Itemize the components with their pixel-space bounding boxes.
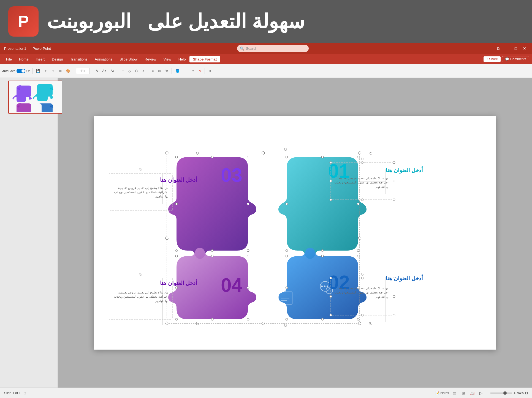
shape-btn-4[interactable]: ○: [141, 67, 146, 75]
svg-text:↻: ↻: [369, 322, 373, 326]
layout-button[interactable]: ⊞: [57, 67, 63, 75]
svg-text:04: 04: [17, 105, 21, 108]
notes-button[interactable]: 📝 Notes: [435, 391, 449, 395]
status-bar: Slide 1 of 1 ⊡ 📝 Notes ▤ ⊞ 📖 ▷ − + 94% ⊡: [0, 388, 532, 398]
line-btn[interactable]: —: [182, 67, 189, 75]
slide-sorter-button[interactable]: ⊞: [460, 390, 467, 396]
minimize-button[interactable]: –: [504, 45, 510, 52]
svg-point-34: [321, 255, 324, 257]
file-name: Presentation1: [4, 46, 26, 51]
menu-view[interactable]: View: [160, 56, 175, 62]
search-icon: 🔍: [240, 46, 244, 51]
svg-point-113: [330, 314, 332, 316]
autosave-state: On: [26, 69, 31, 73]
window-controls: ⧉ – □ ✕: [495, 45, 528, 52]
svg-point-109: [361, 277, 363, 279]
svg-point-111: [330, 295, 332, 298]
svg-point-102: [393, 161, 395, 164]
arrange-btn[interactable]: ⊛: [156, 67, 162, 75]
svg-text:↻: ↻: [196, 322, 199, 326]
svg-text:01: 01: [50, 87, 53, 90]
svg-point-44: [175, 203, 178, 205]
notes-label: Notes: [440, 391, 449, 395]
title-bar-left: Presentation1 – PowerPoint: [4, 46, 51, 51]
maximize-button[interactable]: □: [512, 45, 519, 52]
size-pos-btn[interactable]: ⊕: [207, 67, 213, 75]
svg-point-18: [262, 322, 265, 325]
zoom-slider[interactable]: [490, 392, 512, 394]
svg-point-114: [361, 314, 363, 316]
slide-layout-icon: ⊡: [23, 391, 26, 395]
menu-animations[interactable]: Animations: [91, 56, 116, 62]
menu-slideshow[interactable]: Slide Show: [116, 56, 141, 62]
svg-point-9: [358, 152, 361, 154]
svg-point-56: [247, 318, 249, 320]
svg-point-112: [393, 295, 395, 298]
redo-button[interactable]: ↪: [50, 67, 56, 75]
close-button[interactable]: ✕: [521, 45, 528, 52]
svg-point-53: [247, 287, 249, 289]
svg-point-12: [165, 322, 168, 325]
save-button[interactable]: 💾: [34, 67, 42, 75]
text-fill-btn[interactable]: A: [197, 67, 203, 75]
menu-bar: File Home Insert Design Transitions Anim…: [0, 54, 532, 64]
toolbar-sep-2: [74, 68, 74, 74]
normal-view-button[interactable]: ▤: [451, 390, 458, 396]
share-button[interactable]: ↑ Share: [484, 56, 501, 62]
slide-canvas[interactable]: ↻ ↻ ↻ ↻ ↻ ↻: [94, 116, 496, 350]
shape-btn-2[interactable]: ◇: [127, 67, 132, 75]
menu-insert[interactable]: Insert: [32, 56, 48, 62]
align-btn[interactable]: ≡: [150, 67, 155, 75]
font-size-box[interactable]: 11+: [76, 68, 90, 74]
font-size-down-button[interactable]: A↓: [109, 67, 116, 75]
svg-point-38: [286, 318, 288, 320]
comments-button[interactable]: 💬 Comments: [502, 56, 529, 62]
svg-text:↻: ↻: [139, 167, 142, 172]
effect-btn[interactable]: ✦: [190, 67, 196, 75]
fill-btn[interactable]: 🪣: [174, 67, 181, 75]
status-right: 📝 Notes ▤ ⊞ 📖 ▷ − + 94% ⊡: [435, 390, 528, 396]
svg-text:↻: ↻: [284, 323, 287, 328]
menu-transitions[interactable]: Transitions: [67, 56, 91, 62]
slideshow-button[interactable]: ▷: [478, 390, 484, 396]
reading-view-button[interactable]: 📖: [469, 390, 476, 396]
menu-design[interactable]: Design: [48, 56, 66, 62]
svg-text:04: 04: [221, 275, 242, 296]
toolbar-sep-5: [148, 68, 148, 74]
svg-point-42: [211, 156, 213, 158]
autosave-toggle[interactable]: [17, 69, 25, 73]
title-bar: Presentation1 – PowerPoint 🔍 Search ⧉ – …: [0, 43, 532, 54]
zoom-in-button[interactable]: +: [514, 391, 516, 395]
font-clear-button[interactable]: A: [94, 67, 99, 75]
search-box[interactable]: 🔍 Search: [237, 45, 309, 52]
font-size-up-button[interactable]: A↑: [101, 67, 108, 75]
svg-point-81: [321, 286, 323, 287]
zoom-level: 94%: [517, 391, 524, 395]
rotate-btn[interactable]: ↻: [164, 67, 170, 75]
fit-slide-button[interactable]: ⊡: [525, 391, 528, 395]
more-btn[interactable]: ⋯: [214, 67, 221, 75]
svg-point-47: [211, 249, 213, 252]
autosave-label: AutoSave: [2, 69, 15, 73]
svg-text:↻: ↻: [284, 147, 287, 152]
slide-thumbnail[interactable]: 01 03 02 04: [8, 81, 62, 114]
menu-file[interactable]: File: [3, 56, 15, 62]
menu-help[interactable]: Help: [175, 56, 189, 62]
shape-btn-1[interactable]: □: [120, 67, 125, 75]
title-bar-right: ⧉ – □ ✕: [495, 45, 528, 52]
notes-icon: 📝: [435, 391, 439, 395]
menu-shape-format[interactable]: Shape Format: [189, 56, 220, 62]
zoom-out-button[interactable]: −: [487, 391, 489, 395]
restore-button[interactable]: ⧉: [495, 45, 501, 52]
undo-button[interactable]: ↩: [43, 67, 49, 75]
svg-point-50: [211, 255, 213, 257]
menu-review[interactable]: Review: [141, 56, 160, 62]
svg-point-31: [321, 249, 324, 252]
menu-home[interactable]: Home: [16, 56, 32, 62]
slide-info: Slide 1 of 1: [4, 391, 21, 395]
svg-point-101: [361, 161, 363, 164]
shape-btn-3[interactable]: ⬡: [134, 67, 140, 75]
svg-point-7: [165, 152, 168, 154]
svg-text:03: 03: [17, 87, 21, 90]
theme-button[interactable]: 🎨: [64, 67, 72, 75]
